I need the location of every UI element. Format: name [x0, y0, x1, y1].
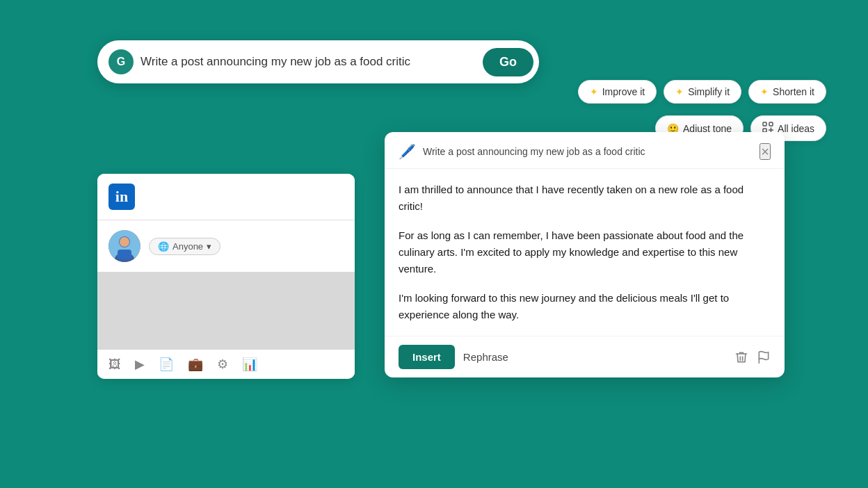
globe-icon: 🌐	[158, 241, 169, 252]
improve-it-button[interactable]: ✦ Improve it	[578, 80, 657, 104]
pencil-icon: 🖊️	[399, 143, 416, 160]
rephrase-button[interactable]: Rephrase	[463, 351, 508, 363]
svg-rect-6	[763, 122, 766, 126]
panel-actions-left: Insert Rephrase	[399, 345, 508, 369]
panel-header: 🖊️ Write a post announcing my new job as…	[385, 132, 785, 169]
suggestions-row-1: ✦ Improve it ✦ Simplify it ✦ Shorten it	[578, 80, 826, 104]
go-button[interactable]: Go	[483, 48, 533, 76]
search-bar[interactable]: G Go	[97, 40, 539, 83]
body-paragraph-1: I am thrilled to announce that I have re…	[399, 181, 771, 215]
simplify-it-button[interactable]: ✦ Simplify it	[664, 80, 741, 104]
grammarly-icon: G	[108, 49, 134, 74]
audience-label: Anyone	[172, 241, 203, 252]
chart-icon[interactable]: 📊	[242, 357, 257, 372]
panel-actions-right	[734, 350, 771, 364]
panel-content: I am thrilled to announce that I have re…	[385, 169, 785, 336]
grammarly-letter: G	[117, 56, 125, 68]
avatar	[108, 230, 140, 262]
sparkle-icon-2: ✦	[675, 86, 684, 97]
flag-button[interactable]	[757, 350, 771, 364]
audience-selector[interactable]: 🌐 Anyone ▾	[149, 238, 220, 255]
insert-button[interactable]: Insert	[399, 345, 455, 369]
shorten-it-button[interactable]: ✦ Shorten it	[748, 80, 826, 104]
linkedin-body: 🌐 Anyone ▾	[97, 220, 355, 272]
linkedin-header: in	[97, 174, 355, 220]
panel-prompt: 🖊️ Write a post announcing my new job as…	[399, 143, 645, 160]
response-panel: 🖊️ Write a post announcing my new job as…	[385, 132, 785, 377]
document-icon[interactable]: 📄	[159, 357, 174, 372]
improve-it-label: Improve it	[602, 86, 645, 97]
sparkle-icon: ✦	[590, 86, 598, 97]
chevron-down-icon: ▾	[207, 241, 211, 252]
body-paragraph-3: I'm looking forward to this new journey …	[399, 290, 771, 323]
svg-rect-4	[118, 250, 131, 259]
prompt-text: Write a post announcing my new job as a …	[423, 146, 645, 157]
briefcase-icon[interactable]: 💼	[188, 357, 203, 372]
simplify-it-label: Simplify it	[688, 86, 730, 97]
search-input[interactable]	[140, 55, 483, 69]
panel-actions: Insert Rephrase	[385, 336, 785, 377]
linkedin-card: in 🌐 Anyone ▾ 🖼 ▶ 📄 💼 ⚙ 📊	[97, 174, 355, 379]
delete-button[interactable]	[734, 350, 748, 364]
linkedin-logo: in	[108, 184, 135, 210]
linkedin-toolbar: 🖼 ▶ 📄 💼 ⚙ 📊	[97, 350, 355, 379]
shorten-it-label: Shorten it	[773, 86, 814, 97]
image-icon[interactable]: 🖼	[108, 357, 121, 372]
video-icon[interactable]: ▶	[135, 357, 145, 372]
body-paragraph-2: For as long as I can remember, I have be…	[399, 227, 771, 277]
star-icon[interactable]: ⚙	[217, 357, 228, 372]
svg-point-3	[120, 237, 129, 247]
close-button[interactable]: ×	[760, 143, 771, 160]
sparkle-icon-3: ✦	[760, 86, 769, 97]
svg-rect-7	[769, 122, 773, 126]
